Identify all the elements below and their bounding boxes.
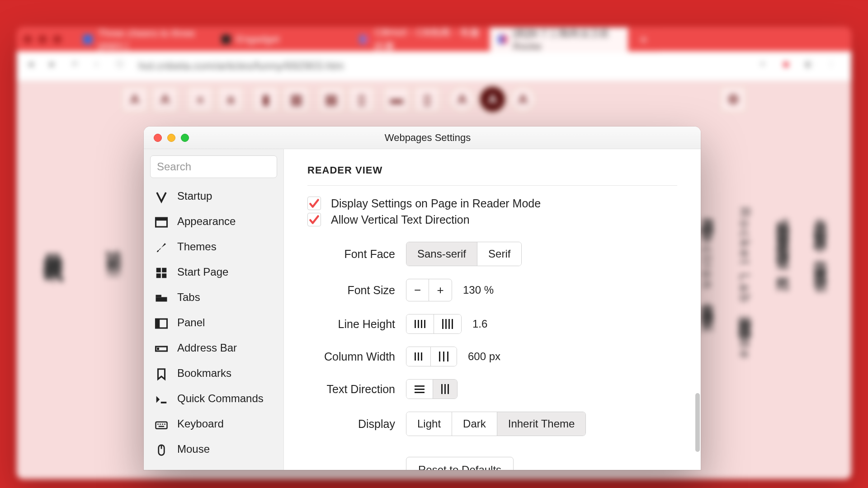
section-title: READER VIEW	[307, 164, 677, 176]
vertical-lines-icon	[441, 384, 449, 394]
svg-rect-12	[161, 402, 167, 404]
sidebar-item-start-page[interactable]: Start Page	[144, 259, 283, 285]
settings-window: Webpages Settings Startup Appearance The…	[144, 127, 701, 470]
window-close-button[interactable]	[154, 134, 162, 142]
font-size-increase[interactable]: +	[429, 279, 452, 301]
vivaldi-icon	[155, 190, 168, 202]
quick-commands-icon	[155, 393, 168, 404]
bg-tabbar: Three cheers to three years | Engadget C…	[17, 28, 851, 52]
bars-loose-icon	[442, 319, 453, 329]
window-title: Webpages Settings	[189, 132, 666, 144]
window-minimize-button[interactable]	[167, 134, 175, 142]
sidebar-item-panel[interactable]: Panel	[144, 310, 283, 335]
label-column-width: Column Width	[307, 350, 395, 363]
column-width-increase[interactable]	[431, 347, 457, 366]
font-size-value: 130 %	[463, 284, 494, 296]
sidebar-item-startup[interactable]: Startup	[144, 183, 283, 209]
svg-rect-4	[156, 273, 161, 278]
reset-to-defaults-button[interactable]: Reset to Defaults	[406, 457, 514, 470]
label-font-size: Font Size	[307, 284, 395, 297]
column-width-decrease[interactable]	[406, 347, 431, 366]
bg-article-columns: 上周公司Electron火箭还携带了第 Rocket Lab的首席执行官Pete…	[694, 207, 833, 361]
sidebar-item-keyboard[interactable]: Keyboard	[144, 411, 283, 436]
brush-icon	[155, 241, 168, 253]
sidebar-item-label: Startup	[177, 190, 212, 202]
window-icon	[155, 216, 168, 227]
label-line-height: Line Height	[307, 318, 395, 331]
sidebar-item-tabs[interactable]: Tabs	[144, 285, 283, 310]
sidebar-item-label: Panel	[177, 316, 205, 329]
window-zoom-button[interactable]	[181, 134, 189, 142]
bg-reader-toolbar: AA aa ▮▥ ▤▯ ▬▯ AAA ⚙	[17, 81, 851, 118]
line-height-increase[interactable]	[434, 314, 461, 333]
bg-tab: CBHot! - CB热闻 - 有趣的事	[351, 28, 490, 52]
seg-font-face: Sans-serif Serif	[406, 242, 522, 266]
search-input[interactable]	[150, 155, 277, 178]
seg-column-width	[406, 347, 457, 366]
text-direction-vertical[interactable]	[433, 380, 457, 399]
sidebar-item-label: Start Page	[177, 266, 228, 278]
bg-tab-active: [图]除了三颗商业卫星 Rocke	[490, 28, 628, 52]
sidebar-item-address-bar[interactable]: Address Bar	[144, 335, 283, 361]
svg-rect-5	[162, 273, 166, 278]
svg-rect-9	[156, 319, 160, 328]
sidebar-item-label: Appearance	[177, 215, 236, 228]
checkbox-display-settings[interactable]: Display Settings on Page in Reader Mode	[307, 197, 677, 210]
address-bar-icon	[155, 342, 168, 354]
seg-text-direction	[406, 379, 458, 399]
seg-line-height	[406, 314, 462, 334]
checkmark-icon	[307, 213, 321, 226]
bars-wide-icon	[439, 352, 448, 361]
opt-dark[interactable]: Dark	[452, 412, 497, 436]
sidebar-item-bookmarks[interactable]: Bookmarks	[144, 361, 283, 386]
svg-rect-18	[159, 426, 165, 427]
checkmark-icon	[307, 197, 321, 210]
settings-content: READER VIEW Display Settings on Page in …	[284, 149, 701, 470]
grid-icon	[155, 266, 168, 278]
svg-rect-16	[162, 424, 163, 425]
line-height-decrease[interactable]	[406, 314, 434, 333]
horizontal-lines-icon	[415, 385, 425, 393]
keyboard-icon	[155, 418, 168, 430]
sidebar-item-label: Quick Commands	[177, 392, 264, 405]
opt-inherit-theme[interactable]: Inherit Theme	[497, 412, 586, 436]
svg-rect-3	[162, 268, 166, 272]
line-height-value: 1.6	[472, 318, 487, 330]
svg-rect-15	[160, 424, 161, 425]
sidebar-item-label: Mouse	[177, 443, 210, 455]
svg-rect-11	[157, 348, 159, 350]
sidebar-item-label: Themes	[177, 240, 217, 253]
bg-tab: Engadget	[213, 28, 351, 52]
mouse-icon	[155, 443, 168, 455]
sidebar-item-appearance[interactable]: Appearance	[144, 209, 283, 234]
panel-icon	[155, 317, 168, 328]
text-direction-horizontal[interactable]	[406, 380, 433, 399]
bg-tab: Three cheers to three years |	[75, 28, 213, 52]
label-text-direction: Text Direction	[307, 383, 395, 396]
divider	[307, 185, 677, 186]
stepper-font-size: − +	[406, 279, 452, 301]
label-display: Display	[307, 418, 395, 431]
opt-light[interactable]: Light	[406, 412, 452, 436]
font-size-decrease[interactable]: −	[406, 279, 429, 301]
svg-rect-17	[164, 424, 165, 425]
bg-url-bar: ◀▶⟳⌂ ⓘ hot.cnbeta.com/articles/funny/692…	[17, 52, 851, 81]
checkbox-allow-vertical[interactable]: Allow Vertical Text Direction	[307, 213, 677, 226]
bookmark-icon	[155, 367, 168, 379]
opt-serif[interactable]: Serif	[477, 242, 521, 266]
sidebar-item-quick-commands[interactable]: Quick Commands	[144, 386, 283, 411]
svg-rect-13	[156, 422, 167, 429]
bg-new-tab: ＋	[628, 28, 658, 52]
sidebar-item-label: Tabs	[177, 291, 200, 304]
sidebar-item-label: Address Bar	[177, 342, 237, 354]
svg-rect-6	[156, 297, 167, 302]
seg-display: Light Dark Inherit Theme	[406, 412, 586, 436]
sidebar-item-themes[interactable]: Themes	[144, 234, 283, 259]
scrollbar-thumb[interactable]	[695, 393, 700, 452]
svg-rect-2	[156, 268, 161, 272]
opt-sans-serif[interactable]: Sans-serif	[406, 242, 477, 266]
label-font-face: Font Face	[307, 248, 395, 261]
column-width-value: 600 px	[468, 350, 500, 363]
tabs-icon	[155, 291, 168, 303]
sidebar-item-mouse[interactable]: Mouse	[144, 436, 283, 462]
